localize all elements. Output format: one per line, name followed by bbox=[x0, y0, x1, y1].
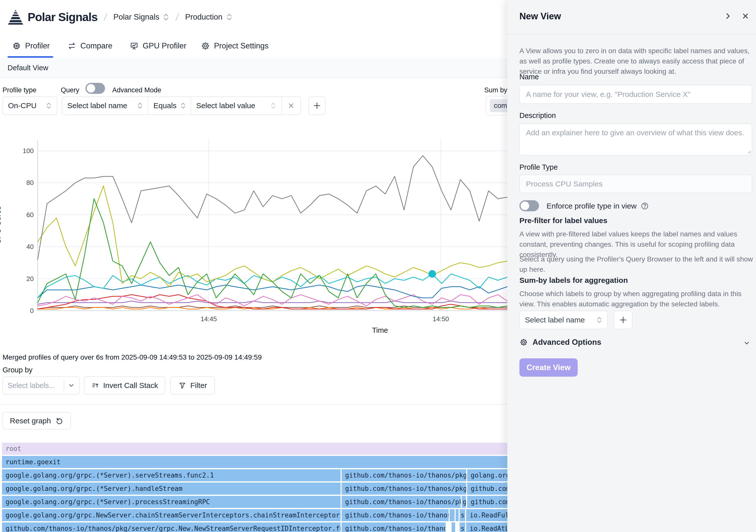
group-by-label: Group by bbox=[3, 366, 32, 374]
panel-add-label-button[interactable] bbox=[614, 311, 633, 329]
flame-frame-cell[interactable]: github.com/ bbox=[467, 496, 510, 508]
flame-frame-cell[interactable]: g bbox=[462, 496, 466, 508]
breadcrumb-org-label: Polar Signals bbox=[114, 13, 159, 22]
advanced-options-label: Advanced Options bbox=[532, 338, 601, 347]
profile-type-label: Profile type bbox=[3, 86, 37, 94]
profile-type-select[interactable]: On-CPU bbox=[3, 96, 57, 115]
flame-frame-cell[interactable]: io.ReadAtL bbox=[466, 522, 510, 532]
close-icon bbox=[287, 102, 295, 110]
flame-frame-cell[interactable]: github.com/thanos-io/thanos/p bbox=[341, 509, 448, 521]
invert-call-stack-label: Invert Call Stack bbox=[103, 381, 158, 390]
flame-frame-cell[interactable] bbox=[451, 522, 455, 532]
tab-gpu-profiler[interactable]: GPU Profiler bbox=[130, 34, 186, 58]
flame-frame-cell[interactable]: github.com/thanos-io/thanos/pkg/st bbox=[341, 483, 466, 494]
advanced-options-toggle[interactable]: Advanced Options bbox=[519, 338, 601, 347]
flame-frame-cell[interactable]: github.com/thanos-io/thanos/pkg/st bbox=[341, 469, 466, 481]
remove-matcher-button[interactable] bbox=[281, 97, 300, 114]
view-selector-label: Default View bbox=[8, 64, 48, 72]
chevron-down-icon[interactable] bbox=[743, 339, 750, 347]
add-matcher-button[interactable] bbox=[309, 96, 326, 115]
tab-gpu-profiler-label: GPU Profiler bbox=[143, 41, 186, 50]
svg-text:20: 20 bbox=[26, 275, 34, 283]
close-panel-button[interactable] bbox=[742, 12, 749, 21]
flame-frame-cell[interactable]: github.com/thanos-io/thanos/p bbox=[341, 522, 446, 532]
breadcrumb-org[interactable]: Polar Signals bbox=[114, 13, 170, 22]
flame-frame-cell[interactable]: google.golang.org/grpc.(*Server).handleS… bbox=[2, 483, 340, 494]
reset-graph-button[interactable]: Reset graph bbox=[3, 412, 71, 430]
flame-frame-cell[interactable]: google.golang.org/grpc.NewServer.chainSt… bbox=[2, 509, 340, 521]
swap-arrows-icon bbox=[67, 41, 76, 50]
new-view-panel: New View A View allows you to zero in on… bbox=[507, 0, 756, 532]
svg-text:Time: Time bbox=[372, 326, 388, 334]
label-value-placeholder: Select label value bbox=[196, 101, 255, 110]
filter-button[interactable]: Filter bbox=[170, 376, 215, 394]
help-circle-icon[interactable] bbox=[641, 202, 649, 210]
profile-type-placeholder: Process CPU Samples bbox=[526, 180, 603, 188]
group-by-placeholder: Select labels... bbox=[8, 381, 55, 390]
tab-profiler[interactable]: Profiler bbox=[12, 34, 50, 58]
metrics-line-chart[interactable]: 02040608010014:4514:50Time bbox=[0, 131, 510, 339]
flame-frame-cell[interactable]: golang.org/ bbox=[467, 469, 510, 481]
svg-text:60: 60 bbox=[26, 211, 34, 218]
gear-icon bbox=[519, 338, 528, 346]
create-view-button[interactable]: Create View bbox=[519, 358, 578, 377]
flame-frame-cell[interactable] bbox=[456, 509, 459, 521]
flame-frame-cell[interactable]: google.golang.org/grpc.(*Server).serveSt… bbox=[2, 469, 340, 481]
tab-compare[interactable]: Compare bbox=[67, 34, 113, 58]
tab-profiler-label: Profiler bbox=[25, 41, 50, 50]
resize-handle-icon[interactable] bbox=[746, 149, 751, 154]
section-divider bbox=[0, 404, 507, 405]
breadcrumb-separator: / bbox=[103, 12, 107, 23]
tab-project-settings[interactable]: Project Settings bbox=[201, 34, 268, 58]
chevron-updown-icon bbox=[270, 102, 276, 110]
flame-frame-cell[interactable]: s bbox=[460, 522, 465, 532]
tab-compare-label: Compare bbox=[80, 41, 113, 50]
profile-type-input[interactable]: Process CPU Samples bbox=[519, 175, 752, 193]
flame-frame-cell[interactable]: github.com/thanos-io/thanos/pkg/ bbox=[341, 496, 461, 508]
name-label: Name bbox=[519, 73, 539, 81]
flame-frame-cell[interactable]: io.ReadFul bbox=[466, 509, 510, 521]
gear-icon bbox=[201, 41, 210, 50]
sumby-title: Sum-by labels for aggregation bbox=[519, 276, 628, 285]
plus-icon bbox=[619, 316, 627, 324]
flame-frame-cell[interactable]: runtime.goexit bbox=[2, 456, 510, 468]
chevron-updown-icon bbox=[226, 13, 232, 22]
enforce-profile-type-label: Enforce profile type in view bbox=[547, 202, 637, 210]
panel-title: New View bbox=[519, 11, 561, 22]
advanced-mode-toggle[interactable] bbox=[85, 83, 105, 94]
label-value-select[interactable]: Select label value bbox=[191, 97, 281, 114]
sum-by-label: Sum by bbox=[484, 86, 507, 94]
operator-select[interactable]: Equals bbox=[148, 97, 191, 114]
prefilter-text-2: Select a query using the Profiler's Quer… bbox=[519, 254, 753, 274]
funnel-icon bbox=[178, 381, 186, 390]
flame-frame-cell[interactable]: github.com/thanos-io/thanos/pkg/server/g… bbox=[2, 522, 340, 532]
breadcrumb-project[interactable]: Production bbox=[185, 13, 232, 22]
panel-label-select-placeholder: Select label name bbox=[525, 316, 585, 324]
chevron-right-icon bbox=[724, 12, 732, 20]
view-name-input[interactable] bbox=[519, 85, 752, 104]
flame-frame-cell[interactable] bbox=[449, 509, 455, 521]
close-icon bbox=[742, 12, 749, 20]
collapse-panel-button[interactable] bbox=[724, 12, 732, 21]
svg-text:14:50: 14:50 bbox=[433, 315, 449, 323]
logo-text: Polar Signals bbox=[28, 10, 97, 24]
chevron-down-icon bbox=[68, 382, 75, 389]
enforce-profile-type-toggle[interactable] bbox=[519, 200, 539, 211]
svg-text:80: 80 bbox=[26, 179, 34, 187]
panel-label-select[interactable]: Select label name bbox=[519, 311, 608, 329]
group-by-select[interactable]: Select labels... bbox=[3, 376, 80, 394]
flame-root-cell[interactable]: root bbox=[2, 443, 510, 455]
svg-text:100: 100 bbox=[23, 147, 34, 155]
label-name-placeholder: Select label name bbox=[67, 101, 127, 110]
label-name-select[interactable]: Select label name bbox=[62, 97, 148, 114]
invert-call-stack-button[interactable]: Invert Call Stack bbox=[84, 376, 165, 394]
profile-type-panel-label: Profile Type bbox=[519, 163, 558, 171]
flame-frame-cell[interactable]: s bbox=[460, 509, 465, 521]
view-description-textarea[interactable] bbox=[519, 123, 752, 156]
flame-frame-cell[interactable]: github.com/ bbox=[467, 483, 510, 494]
chevron-updown-icon bbox=[180, 102, 186, 110]
flame-frame-cell[interactable]: google.golang.org/grpc.(*Server).process… bbox=[2, 496, 340, 508]
tab-project-settings-label: Project Settings bbox=[214, 41, 268, 50]
logo[interactable]: Polar Signals bbox=[8, 9, 97, 25]
profile-type-value: On-CPU bbox=[8, 101, 37, 110]
